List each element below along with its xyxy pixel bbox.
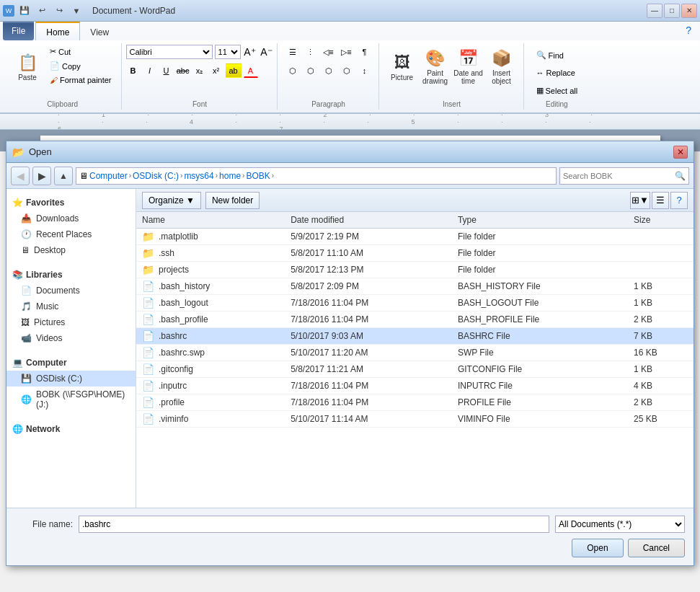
search-input[interactable] bbox=[563, 172, 675, 180]
back-button[interactable]: ◀ bbox=[11, 167, 30, 185]
paste-button[interactable]: 📋 Paste bbox=[10, 45, 45, 89]
breadcrumb-computer[interactable]: Computer bbox=[89, 171, 128, 181]
new-folder-button[interactable]: New folder bbox=[205, 192, 260, 209]
tab-home[interactable]: Home bbox=[35, 22, 80, 40]
maximize-button[interactable]: □ bbox=[664, 4, 680, 18]
table-row[interactable]: 📄 .profile 7/18/2016 11:04 PM PROFILE Fi… bbox=[136, 394, 694, 411]
table-row[interactable]: 📁 projects 5/8/2017 12:13 PM File folder bbox=[136, 262, 694, 278]
help-button[interactable]: ? bbox=[680, 22, 697, 40]
table-row[interactable]: 📄 .bash_profile 7/18/2016 11:04 PM BASH_… bbox=[136, 312, 694, 328]
favorites-header[interactable]: ⭐ Favorites bbox=[6, 195, 136, 211]
font-grow-button[interactable]: A⁺ bbox=[243, 45, 257, 59]
music-icon: 🎵 bbox=[21, 301, 32, 312]
qat-customize-button[interactable]: ▼ bbox=[69, 4, 84, 17]
open-button[interactable]: Open bbox=[572, 539, 623, 557]
highlight-button[interactable]: ab bbox=[226, 63, 242, 78]
font-name-select[interactable]: Calibri bbox=[126, 45, 213, 59]
file-size-cell bbox=[628, 262, 694, 278]
font-color-button[interactable]: A bbox=[244, 63, 258, 78]
bullets-button[interactable]: ☰ bbox=[285, 45, 301, 59]
sidebar-item-music[interactable]: 🎵 Music bbox=[6, 299, 136, 314]
align-right-button[interactable]: ⬡ bbox=[321, 63, 337, 78]
file-name-cell: 📄 .viminfo bbox=[136, 411, 285, 428]
date-time-button[interactable]: 📅 Date andtime bbox=[453, 45, 484, 89]
underline-button[interactable]: U bbox=[159, 63, 174, 78]
sidebar-item-recent-places[interactable]: 🕐 Recent Places bbox=[6, 226, 136, 242]
sidebar-item-pictures[interactable]: 🖼 Pictures bbox=[6, 314, 136, 330]
strikethrough-button[interactable]: abc bbox=[176, 63, 190, 78]
table-row[interactable]: 📁 .ssh 5/8/2017 11:10 AM File folder bbox=[136, 245, 694, 262]
superscript-button[interactable]: x² bbox=[209, 63, 223, 78]
table-row[interactable]: 📄 .bash_logout 7/18/2016 11:04 PM BASH_L… bbox=[136, 295, 694, 312]
find-button[interactable]: 🔍 Find bbox=[531, 48, 583, 63]
qat-undo-button[interactable]: ↩ bbox=[35, 4, 49, 17]
subscript-button[interactable]: x₂ bbox=[192, 63, 207, 78]
file-date-cell: 7/18/2016 11:04 PM bbox=[285, 295, 452, 312]
paint-drawing-button[interactable]: 🎨 Paintdrawing bbox=[420, 45, 451, 89]
align-left-button[interactable]: ⬡ bbox=[285, 63, 301, 78]
forward-button[interactable]: ▶ bbox=[32, 167, 51, 185]
decrease-indent-button[interactable]: ◁≡ bbox=[321, 45, 337, 59]
dialog-toolbar: ◀ ▶ ▲ 🖥 Computer › OSDisk (C:) › msys64 … bbox=[6, 163, 694, 189]
sidebar-item-documents[interactable]: 📄 Documents bbox=[6, 283, 136, 299]
col-name[interactable]: Name bbox=[136, 212, 285, 229]
col-type[interactable]: Type bbox=[452, 212, 628, 229]
justify-button[interactable]: ⬡ bbox=[339, 63, 355, 78]
breadcrumb-osdisk[interactable]: OSDisk (C:) bbox=[133, 171, 179, 181]
paragraph-controls: ☰ ⋮ ◁≡ ▷≡ ¶ ⬡ ⬡ ⬡ ⬡ ↕ bbox=[285, 45, 373, 97]
breadcrumb-home[interactable]: home bbox=[219, 171, 241, 181]
sidebar-item-desktop[interactable]: 🖥 Desktop bbox=[6, 242, 136, 258]
close-button[interactable]: ✕ bbox=[681, 4, 697, 18]
sidebar-item-bobk-drive[interactable]: 🌐 BOBK (\\FSGP\HOME) (J:) bbox=[6, 386, 136, 412]
sidebar-item-osdisk[interactable]: 💾 OSDisk (C:) bbox=[6, 371, 136, 386]
table-row[interactable]: 📄 .bashrc.swp 5/10/2017 11:20 AM SWP Fil… bbox=[136, 345, 694, 361]
breadcrumb-bobk[interactable]: BOBK bbox=[246, 171, 270, 181]
computer-header[interactable]: 💻 Computer bbox=[6, 355, 136, 371]
cut-button[interactable]: ✂ Cut bbox=[46, 45, 115, 58]
align-center-button[interactable]: ⬡ bbox=[303, 63, 319, 78]
table-row[interactable]: 📄 .bashrc 5/10/2017 9:03 AM BASHRC File … bbox=[136, 328, 694, 345]
dialog-help-button[interactable]: ? bbox=[670, 192, 688, 209]
font-shrink-button[interactable]: A⁻ bbox=[260, 45, 274, 59]
tab-file[interactable]: File bbox=[3, 22, 34, 40]
sidebar-item-videos[interactable]: 📹 Videos bbox=[6, 330, 136, 346]
line-spacing-button[interactable]: ↕ bbox=[357, 63, 373, 78]
bold-button[interactable]: B bbox=[126, 63, 141, 78]
table-row[interactable]: 📁 .matplotlib 5/9/2017 2:19 PM File fold… bbox=[136, 229, 694, 245]
file-size-cell: 25 KB bbox=[628, 411, 694, 428]
italic-button[interactable]: I bbox=[143, 63, 157, 78]
col-date[interactable]: Date modified bbox=[285, 212, 452, 229]
para-mark-button[interactable]: ¶ bbox=[357, 45, 373, 59]
table-row[interactable]: 📄 .bash_history 5/8/2017 2:09 PM BASH_HI… bbox=[136, 278, 694, 295]
qat-save-button[interactable]: 💾 bbox=[17, 4, 32, 17]
organize-button[interactable]: Organize ▼ bbox=[142, 192, 201, 209]
dialog-close-button[interactable]: ✕ bbox=[673, 146, 688, 159]
breadcrumb-msys64[interactable]: msys64 bbox=[184, 171, 213, 181]
network-header[interactable]: 🌐 Network bbox=[6, 421, 136, 437]
cancel-button[interactable]: Cancel bbox=[628, 539, 685, 557]
replace-button[interactable]: ↔ Replace bbox=[531, 66, 583, 80]
table-row[interactable]: 📄 .inputrc 7/18/2016 11:04 PM INPUTRC Fi… bbox=[136, 378, 694, 394]
sidebar-item-downloads[interactable]: 📥 Downloads bbox=[6, 211, 136, 226]
table-row[interactable]: 📄 .gitconfig 5/8/2017 11:21 AM GITCONFIG… bbox=[136, 361, 694, 378]
copy-button[interactable]: 📄 Copy bbox=[46, 59, 115, 73]
up-button[interactable]: ▲ bbox=[54, 167, 73, 185]
tab-view[interactable]: View bbox=[80, 22, 119, 40]
details-button[interactable]: ☰ bbox=[652, 192, 669, 209]
file-type-cell: BASHRC File bbox=[452, 328, 628, 345]
insert-object-button[interactable]: 📦 Insertobject bbox=[486, 45, 518, 89]
select-all-button[interactable]: ▦ Select all bbox=[531, 83, 583, 98]
qat-redo-button[interactable]: ↪ bbox=[52, 4, 66, 17]
font-size-select[interactable]: 11 bbox=[215, 45, 241, 59]
libraries-header[interactable]: 📚 Libraries bbox=[6, 267, 136, 283]
numbering-button[interactable]: ⋮ bbox=[303, 45, 319, 59]
minimize-button[interactable]: — bbox=[647, 4, 663, 18]
filetype-select[interactable]: All Documents (*.*) bbox=[555, 516, 685, 533]
increase-indent-button[interactable]: ▷≡ bbox=[339, 45, 355, 59]
format-painter-button[interactable]: 🖌 Format painter bbox=[46, 74, 115, 87]
picture-button[interactable]: 🖼 Picture bbox=[386, 45, 418, 89]
col-size[interactable]: Size bbox=[628, 212, 694, 229]
filename-input[interactable] bbox=[79, 516, 549, 533]
table-row[interactable]: 📄 .viminfo 5/10/2017 11:14 AM VIMINFO Fi… bbox=[136, 411, 694, 428]
view-options-button[interactable]: ⊞▼ bbox=[630, 192, 650, 209]
